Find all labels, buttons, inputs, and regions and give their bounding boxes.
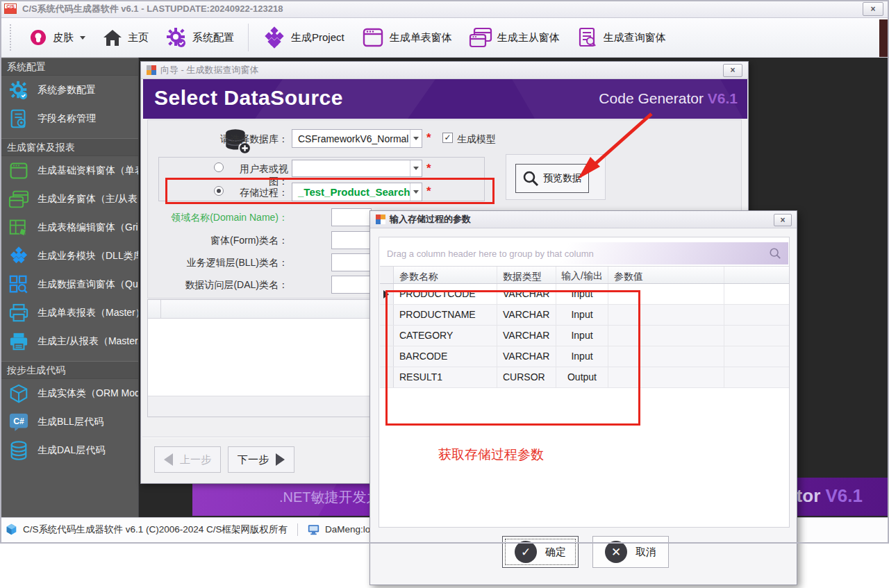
home-icon (102, 28, 123, 47)
database-combobox-value: CSFrameworkV6_Normal (292, 133, 410, 144)
sidebar-item-single-report[interactable]: 生成单表报表（Master） (0, 299, 138, 327)
main-titlebar: C/S C/S系统代码生成器软件 v6.1 - LASTUPDATE:20240… (0, 0, 889, 18)
database-combobox[interactable]: CSFrameworkV6_Normal (292, 129, 422, 148)
green-window-icon (8, 161, 29, 180)
params-close-button[interactable]: × (774, 214, 792, 226)
blue-doc-gear-icon (8, 108, 29, 129)
status-copyright: C/S系统代码生成器软件 v6.1 (C)2006-2024 C/S框架网版权所… (23, 523, 288, 536)
search-icon[interactable] (769, 247, 781, 260)
sidebar-item-label: 生成表格编辑窗体（Grid Ed (38, 221, 138, 234)
svg-text:C#: C# (13, 416, 24, 426)
sidebar-item-label: 生成主/从报表（Master/De (38, 335, 138, 348)
sidebar-item-business-module[interactable]: 生成业务模块（DLL类库） (0, 242, 138, 270)
table-view-combobox[interactable] (292, 160, 422, 177)
generate-model-checkbox[interactable]: ✓ (442, 133, 453, 143)
toolbar-right-strip (879, 19, 889, 57)
sidebar-item-query-form[interactable]: 生成数据查询窗体（Query (0, 270, 138, 299)
row-indicator-header (380, 267, 394, 283)
bll-class-input[interactable] (331, 253, 372, 271)
toolbar-item-label: 生成查询窗体 (604, 31, 666, 44)
dal-class-label: 数据访问层(DAL)类名： (170, 279, 288, 292)
check-icon: ✓ (515, 541, 537, 563)
toolbar-item-generate-query-form[interactable]: 生成查询窗体 (570, 22, 673, 53)
sidebar-group-system-config[interactable]: 系统配置 (0, 58, 138, 76)
generate-model-label: 生成模型 (457, 133, 513, 146)
prev-step-button[interactable]: 上一步 (154, 446, 221, 473)
col-header-extra (724, 267, 789, 283)
monitor-icon (308, 524, 319, 535)
sidebar-nav: 系统配置 系统参数配置 字段名称管理 生成窗体及报表 生成基础资料窗体（单表） … (0, 58, 139, 517)
bll-class-label: 业务逻辑层(BLL)类名： (170, 257, 288, 269)
sidebar-item-dal-code[interactable]: 生成DAL层代码 (0, 436, 138, 464)
blue-printer2-icon (8, 332, 29, 351)
chevron-down-icon[interactable] (410, 130, 422, 147)
table-view-radio[interactable] (214, 162, 224, 172)
cell-extra (724, 326, 789, 346)
col-header-param-name[interactable]: 参数名称 (394, 267, 497, 283)
cell-extra (724, 346, 789, 367)
wizard-titlebar[interactable]: 向导 - 生成数据查询窗体 (141, 62, 748, 79)
sidebar-item-basic-form[interactable]: 生成基础资料窗体（单表） (0, 156, 138, 185)
toolbar-item-home[interactable]: 主页 (95, 24, 156, 51)
params-dialog-title: 输入存储过程的参数 (390, 213, 471, 226)
chevron-down-icon[interactable] (410, 160, 422, 176)
sidebar-group-forms-reports[interactable]: 生成窗体及报表 (0, 138, 138, 156)
sidebar-item-grid-edit-form[interactable]: 生成表格编辑窗体（Grid Ed (0, 213, 138, 242)
toolbar-item-label: 生成主从窗体 (497, 31, 560, 44)
search-icon (522, 170, 539, 187)
sidebar-item-system-params[interactable]: 系统参数配置 (0, 76, 138, 104)
stored-proc-highlight-rect (165, 178, 495, 204)
sidebar-item-label: 生成基础资料窗体（单表） (38, 165, 138, 177)
form-class-label: 窗体(Form)类名： (184, 235, 288, 247)
sidebar-item-bll-code[interactable]: C# 生成BLL层代码 (0, 408, 138, 436)
col-header-data-type[interactable]: 数据类型 (497, 267, 556, 283)
cancel-button[interactable]: ✕ 取消 (592, 536, 669, 568)
col-header-input-output[interactable]: 输入/输出 (556, 267, 608, 283)
params-grid-header-row[interactable]: 参数名称 数据类型 输入/输出 参数值 (380, 266, 789, 284)
preview-data-button[interactable]: 预览数据 (515, 164, 589, 193)
next-step-button[interactable]: 下一步 (228, 446, 294, 473)
main-close-button[interactable]: × (863, 2, 883, 16)
domain-name-input[interactable] (331, 208, 372, 226)
required-marker: * (426, 162, 431, 176)
sidebar-group-step-codegen[interactable]: 按步生成代码 (0, 361, 138, 379)
col-header-param-value[interactable]: 参数值 (608, 267, 724, 283)
app-logo-icon: C/S (4, 3, 17, 14)
params-grid-highlight-rect (385, 290, 640, 426)
sidebar-item-orm-model[interactable]: 生成实体类（ORM Model） (0, 379, 138, 408)
main-toolbar: 皮肤 主页 系统配置 生成Project 生成单表窗体 生成主从窗体 生成查询窗… (0, 18, 889, 58)
prev-step-label: 上一步 (180, 453, 211, 467)
params-content-panel: Drag a column header here to group by th… (379, 237, 790, 528)
blue-gear-icon (8, 80, 29, 101)
cell-extra (724, 284, 789, 304)
ok-button[interactable]: ✓ 确定 (502, 536, 579, 568)
sidebar-item-business-form[interactable]: 生成业务窗体（主/从表） (0, 185, 138, 213)
window-title: C/S系统代码生成器软件 v6.1 - LASTUPDATE:20240922-… (22, 3, 283, 15)
sidebar-item-field-names[interactable]: 字段名称管理 (0, 104, 138, 133)
toolbar-grip[interactable] (10, 24, 13, 51)
cancel-label: 取消 (635, 546, 656, 559)
toolbar-item-skin[interactable]: 皮肤 (22, 24, 92, 51)
form-icon (147, 65, 156, 75)
toolbar-item-system-config[interactable]: 系统配置 (158, 22, 241, 53)
wizard-title: 向导 - 生成数据查询窗体 (160, 64, 259, 76)
sidebar-item-label: 生成BLL层代码 (38, 416, 103, 428)
sidebar-item-master-detail-report[interactable]: 生成主/从报表（Master/De (0, 327, 138, 355)
wizard-close-button[interactable]: × (723, 64, 742, 77)
toolbar-item-generate-single-form[interactable]: 生成单表窗体 (354, 22, 459, 53)
brand-version: V6.1 (708, 90, 738, 106)
grid-groupby-panel[interactable]: Drag a column header here to group by th… (380, 242, 788, 264)
status-divider (297, 523, 298, 536)
form-class-input[interactable] (331, 231, 372, 249)
blue-database-icon (8, 440, 29, 461)
blue-grid-search-icon (8, 274, 29, 295)
gear-icon (165, 26, 188, 49)
toolbar-item-label: 主页 (128, 31, 149, 44)
toolbar-item-generate-project[interactable]: 生成Project (256, 22, 351, 53)
toolbar-item-generate-master-detail-form[interactable]: 生成主从窗体 (462, 22, 567, 53)
required-marker: * (426, 131, 431, 145)
toolbar-separator (248, 24, 249, 51)
arrow-left-icon (164, 453, 173, 466)
params-dialog-titlebar[interactable]: 输入存储过程的参数 (370, 211, 797, 228)
dal-class-input[interactable] (331, 276, 372, 294)
